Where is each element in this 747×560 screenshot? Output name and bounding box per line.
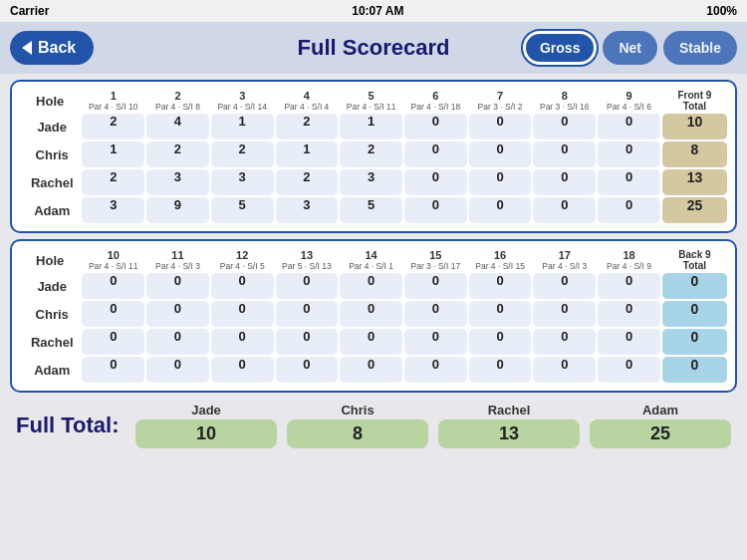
adam-h6[interactable]: 0 bbox=[404, 197, 467, 223]
adam-h2[interactable]: 9 bbox=[146, 197, 209, 223]
jade-h14[interactable]: 0 bbox=[340, 273, 402, 299]
rachel-total-name: Rachel bbox=[488, 403, 531, 418]
back-button[interactable]: Back bbox=[10, 31, 94, 65]
jade-h4[interactable]: 2 bbox=[276, 114, 339, 140]
jade-h9[interactable]: 0 bbox=[598, 114, 660, 140]
chris-h16[interactable]: 0 bbox=[469, 301, 532, 327]
net-button[interactable]: Net bbox=[603, 31, 657, 65]
chris-h15[interactable]: 0 bbox=[404, 301, 467, 327]
status-bar: Carrier 10:07 AM 100% bbox=[0, 0, 747, 22]
chris-h3[interactable]: 2 bbox=[211, 141, 274, 167]
chris-h14[interactable]: 0 bbox=[340, 301, 402, 327]
adam-h15[interactable]: 0 bbox=[404, 357, 467, 383]
hole15-header: 15Par 3 · S/I 17 bbox=[404, 249, 467, 271]
jade-h15[interactable]: 0 bbox=[404, 273, 467, 299]
full-total-section: Full Total: Jade 10 Chris 8 Rachel 13 Ad… bbox=[10, 399, 737, 452]
hole7-header: 7Par 3 · S/I 2 bbox=[469, 90, 532, 112]
hole3-header: 3Par 4 · S/I 14 bbox=[211, 90, 274, 112]
adam-total-group: Adam 25 bbox=[590, 403, 731, 448]
adam-h5[interactable]: 5 bbox=[340, 197, 402, 223]
jade-h12[interactable]: 0 bbox=[211, 273, 274, 299]
hole8-header: 8Par 3 · S/I 16 bbox=[533, 90, 596, 112]
adam-h4[interactable]: 3 bbox=[276, 197, 339, 223]
rachel-full-total: 13 bbox=[438, 420, 580, 448]
jade-h1[interactable]: 2 bbox=[82, 114, 144, 140]
rachel-h15[interactable]: 0 bbox=[404, 329, 467, 355]
chris-h6[interactable]: 0 bbox=[404, 141, 467, 167]
adam-full-total: 25 bbox=[590, 420, 731, 448]
chris-h17[interactable]: 0 bbox=[533, 301, 596, 327]
jade-h11[interactable]: 0 bbox=[146, 273, 209, 299]
table-row: Rachel 0 0 0 0 0 0 0 0 0 0 bbox=[20, 329, 727, 355]
rachel-h17[interactable]: 0 bbox=[533, 329, 596, 355]
rachel-h10[interactable]: 0 bbox=[82, 329, 144, 355]
chris-h5[interactable]: 2 bbox=[340, 141, 402, 167]
jade-h6[interactable]: 0 bbox=[404, 114, 467, 140]
chris-h2[interactable]: 2 bbox=[146, 141, 209, 167]
chris-h4[interactable]: 1 bbox=[276, 141, 339, 167]
full-total-label: Full Total: bbox=[16, 413, 125, 438]
jade-h3[interactable]: 1 bbox=[211, 114, 274, 140]
chris-h13[interactable]: 0 bbox=[276, 301, 339, 327]
adam-h9[interactable]: 0 bbox=[598, 197, 660, 223]
jade-h5[interactable]: 1 bbox=[340, 114, 402, 140]
hole10-header: 10Par 4 · S/I 11 bbox=[82, 249, 144, 271]
adam-h18[interactable]: 0 bbox=[598, 357, 660, 383]
adam-h10[interactable]: 0 bbox=[82, 357, 144, 383]
header: Back Full Scorecard Gross Net Stable bbox=[0, 22, 747, 74]
adam-h13[interactable]: 0 bbox=[276, 357, 339, 383]
rachel-h1[interactable]: 2 bbox=[82, 169, 144, 195]
chris-h9[interactable]: 0 bbox=[598, 141, 660, 167]
gross-button[interactable]: Gross bbox=[523, 31, 597, 65]
adam-h7[interactable]: 0 bbox=[469, 197, 532, 223]
stable-button[interactable]: Stable bbox=[663, 31, 737, 65]
hole18-header: 18Par 4 · S/I 9 bbox=[598, 249, 660, 271]
adam-h8[interactable]: 0 bbox=[533, 197, 596, 223]
chris-full-total: 8 bbox=[287, 420, 428, 448]
table-row: Jade 2 4 1 2 1 0 0 0 0 10 bbox=[20, 114, 727, 140]
chris-h7[interactable]: 0 bbox=[469, 141, 532, 167]
rachel-h12[interactable]: 0 bbox=[211, 329, 274, 355]
adam-h14[interactable]: 0 bbox=[340, 357, 402, 383]
rachel-h6[interactable]: 0 bbox=[404, 169, 467, 195]
rachel-h5[interactable]: 3 bbox=[340, 169, 402, 195]
adam-h12[interactable]: 0 bbox=[211, 357, 274, 383]
adam-back9-name: Adam bbox=[20, 357, 80, 383]
chris-h1[interactable]: 1 bbox=[82, 141, 144, 167]
jade-h18[interactable]: 0 bbox=[598, 273, 660, 299]
adam-h11[interactable]: 0 bbox=[146, 357, 209, 383]
back9-hole-col-header: Hole bbox=[20, 249, 80, 271]
jade-h7[interactable]: 0 bbox=[469, 114, 532, 140]
jade-h16[interactable]: 0 bbox=[469, 273, 532, 299]
adam-h16[interactable]: 0 bbox=[469, 357, 532, 383]
jade-h13[interactable]: 0 bbox=[276, 273, 339, 299]
hole6-header: 6Par 4 · S/I 18 bbox=[404, 90, 467, 112]
adam-h3[interactable]: 5 bbox=[211, 197, 274, 223]
jade-h2[interactable]: 4 bbox=[146, 114, 209, 140]
back9-table: Hole 10Par 4 · S/I 11 11Par 4 · S/I 3 12… bbox=[18, 247, 729, 385]
adam-h1[interactable]: 3 bbox=[82, 197, 144, 223]
table-row: Jade 0 0 0 0 0 0 0 0 0 0 bbox=[20, 273, 727, 299]
rachel-h4[interactable]: 2 bbox=[276, 169, 339, 195]
jade-h17[interactable]: 0 bbox=[533, 273, 596, 299]
chris-h18[interactable]: 0 bbox=[598, 301, 660, 327]
rachel-h7[interactable]: 0 bbox=[469, 169, 532, 195]
chris-h10[interactable]: 0 bbox=[82, 301, 144, 327]
rachel-h8[interactable]: 0 bbox=[533, 169, 596, 195]
adam-h17[interactable]: 0 bbox=[533, 357, 596, 383]
chris-h8[interactable]: 0 bbox=[533, 141, 596, 167]
chris-h12[interactable]: 0 bbox=[211, 301, 274, 327]
jade-h10[interactable]: 0 bbox=[82, 273, 144, 299]
rachel-h16[interactable]: 0 bbox=[469, 329, 532, 355]
rachel-h2[interactable]: 3 bbox=[146, 169, 209, 195]
rachel-h13[interactable]: 0 bbox=[276, 329, 339, 355]
page-title: Full Scorecard bbox=[298, 35, 450, 61]
rachel-h11[interactable]: 0 bbox=[146, 329, 209, 355]
chris-front9-total: 8 bbox=[662, 141, 727, 167]
rachel-h9[interactable]: 0 bbox=[598, 169, 660, 195]
rachel-h18[interactable]: 0 bbox=[598, 329, 660, 355]
jade-h8[interactable]: 0 bbox=[533, 114, 596, 140]
chris-h11[interactable]: 0 bbox=[146, 301, 209, 327]
rachel-h14[interactable]: 0 bbox=[340, 329, 402, 355]
rachel-h3[interactable]: 3 bbox=[211, 169, 274, 195]
